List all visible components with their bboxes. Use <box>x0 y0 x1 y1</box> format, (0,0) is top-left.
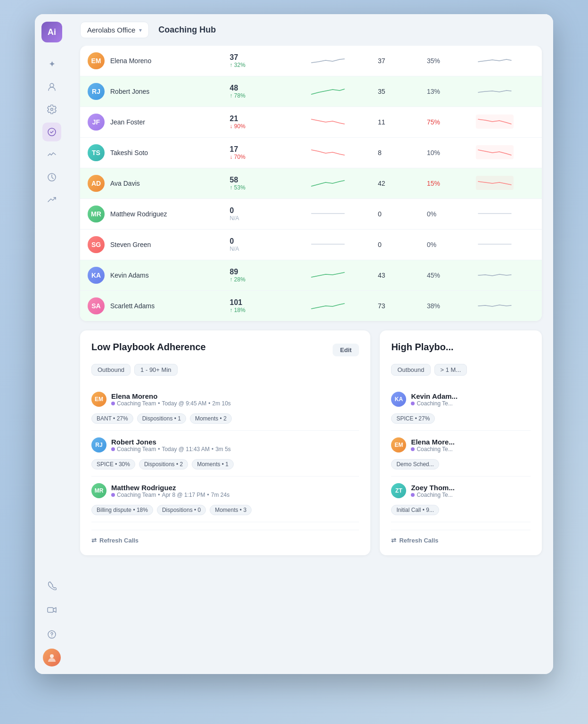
calls-cell: 73 <box>370 291 419 321</box>
trend-cell <box>468 76 542 107</box>
call-name: Elena More... <box>411 438 531 446</box>
call-tag[interactable]: BANT • 27% <box>91 413 133 424</box>
table-row[interactable]: EM Elena Moreno 37 ↑ 32% <box>80 46 542 76</box>
call-header: RJ Robert Jones Coaching Team • Today @ … <box>91 437 359 452</box>
agent-name: Robert Jones <box>110 88 149 95</box>
page-title: Coaching Hub <box>158 25 216 35</box>
calls-cell: 0 <box>370 199 419 230</box>
call-tag[interactable]: Moments • 1 <box>192 459 234 469</box>
user-avatar[interactable] <box>43 649 61 666</box>
sidebar-item-help[interactable] <box>42 625 61 644</box>
refresh-icon: ⇄ <box>91 537 97 544</box>
call-item[interactable]: KA Kevin Adam... Coaching Te... SPICE • … <box>391 385 531 431</box>
score-cell: 89 ↑ 28% <box>222 260 302 291</box>
table-row[interactable]: SA Scarlett Adams 101 ↑ 18% <box>80 291 542 321</box>
table-row[interactable]: AD Ava Davis 58 ↑ 53% <box>80 168 542 199</box>
call-meta: Coaching Team • Apr 8 @ 1:17 PM • 7m 24s <box>111 492 359 498</box>
workspace-selector[interactable]: Aerolabs Office ▾ <box>80 22 149 38</box>
call-tag[interactable]: Dispositions • 2 <box>139 459 188 469</box>
call-item[interactable]: EM Elena More... Coaching Te... Demo Sch… <box>391 431 531 477</box>
score-cell: 101 ↑ 18% <box>222 291 302 321</box>
agent-name: Elena Moreno <box>110 57 151 65</box>
trend-cell <box>468 46 542 76</box>
sidebar-item-sparkles[interactable]: ✦ <box>42 55 61 74</box>
table-row[interactable]: SG Steven Green 0 N/A <box>80 230 542 260</box>
call-item[interactable]: RJ Robert Jones Coaching Team • Today @ … <box>91 431 359 477</box>
header: Aerolabs Office ▾ Coaching Hub <box>69 14 553 46</box>
call-time: Today @ 11:43 AM <box>162 446 210 452</box>
call-meta: Coaching Team • Today @ 11:43 AM • 3m 5s <box>111 446 359 452</box>
table-row[interactable]: MR Matthew Rodriguez 0 N/A <box>80 199 542 230</box>
sparkline-cell <box>302 199 370 230</box>
agent-name: Scarlett Adams <box>110 302 155 310</box>
call-tag[interactable]: Moments • 2 <box>190 413 232 424</box>
team-dot <box>411 402 415 405</box>
call-team: Coaching Te... <box>416 446 453 452</box>
sidebar-item-phone[interactable] <box>42 576 61 595</box>
filter-outbound[interactable]: Outbound <box>391 364 430 376</box>
refresh-button[interactable]: ⇄ Refresh Calls <box>391 530 531 544</box>
app-logo[interactable]: Ai <box>41 22 62 42</box>
table-row[interactable]: TS Takeshi Soto 17 ↓ 70% <box>80 138 542 168</box>
agent-cell: KA Kevin Adams <box>88 267 215 284</box>
call-name: Matthew Rodriguez <box>111 484 359 492</box>
filter-duration[interactable]: > 1 M... <box>434 364 467 376</box>
call-tag[interactable]: Initial Call • 9... <box>391 505 439 515</box>
call-tag[interactable]: SPICE • 30% <box>91 459 135 469</box>
avatar: JF <box>88 114 105 131</box>
call-tag[interactable]: Moments • 3 <box>210 505 252 515</box>
svg-point-5 <box>51 636 52 637</box>
call-meta: Coaching Team • Today @ 9:45 AM • 2m 10s <box>111 400 359 407</box>
call-tag[interactable]: Dispositions • 0 <box>157 505 206 515</box>
sidebar-item-person[interactable] <box>42 77 61 96</box>
agent-name: Kevin Adams <box>110 272 149 279</box>
call-item[interactable]: EM Elena Moreno Coaching Team • Today @ … <box>91 385 359 431</box>
table-row[interactable]: KA Kevin Adams 89 ↑ 28% <box>80 260 542 291</box>
agent-cell: TS Takeshi Soto <box>88 144 215 161</box>
agent-name: Matthew Rodriguez <box>110 210 167 218</box>
call-tags: SPICE • 27% <box>391 413 531 424</box>
refresh-button[interactable]: ⇄ Refresh Calls <box>91 530 359 544</box>
call-name: Zoey Thom... <box>411 484 531 492</box>
table-row[interactable]: RJ Robert Jones 48 ↑ 78% <box>80 76 542 107</box>
call-item[interactable]: MR Matthew Rodriguez Coaching Team • Apr… <box>91 477 359 522</box>
calls-cell: 37 <box>370 46 419 76</box>
high-playbook-title: High Playbo... <box>391 342 453 353</box>
sidebar-item-trending[interactable] <box>42 190 61 209</box>
card-filters: Outbound 1 - 90+ Min <box>91 364 359 376</box>
call-item[interactable]: ZT Zoey Thom... Coaching Te... Initial C… <box>391 477 531 522</box>
sidebar-item-coaching[interactable] <box>42 123 61 141</box>
call-meta: Coaching Te... <box>411 400 531 407</box>
sparkline-cell <box>302 291 370 321</box>
adherence-cell: 13% <box>419 76 468 107</box>
call-meta: Coaching Te... <box>411 446 531 452</box>
sidebar-item-history[interactable] <box>42 168 61 187</box>
filter-outbound[interactable]: Outbound <box>91 364 131 376</box>
table-row[interactable]: JF Jean Foster 21 ↓ 90% <box>80 107 542 138</box>
call-tags: Initial Call • 9... <box>391 505 531 515</box>
agent-name: Steven Green <box>110 241 151 248</box>
adherence-cell: 10% <box>419 138 468 168</box>
adherence-cell: 0% <box>419 230 468 260</box>
adherence-cell: 15% <box>419 168 468 199</box>
call-tag[interactable]: SPICE • 27% <box>391 413 435 424</box>
trend-cell <box>468 138 542 168</box>
sidebar-item-settings[interactable] <box>42 100 61 119</box>
edit-button[interactable]: Edit <box>333 344 359 356</box>
call-tags: SPICE • 30% Dispositions • 2 Moments • 1 <box>91 459 359 469</box>
adherence-cell: 0% <box>419 199 468 230</box>
call-tag[interactable]: Dispositions • 1 <box>137 413 186 424</box>
trend-cell <box>468 291 542 321</box>
sidebar-item-activity[interactable] <box>42 145 61 164</box>
filter-duration[interactable]: 1 - 90+ Min <box>134 364 177 376</box>
call-header: MR Matthew Rodriguez Coaching Team • Apr… <box>91 483 359 498</box>
call-name: Robert Jones <box>111 438 359 446</box>
call-header: KA Kevin Adam... Coaching Te... <box>391 392 531 407</box>
call-tag[interactable]: Demo Sched... <box>391 459 439 469</box>
call-header: ZT Zoey Thom... Coaching Te... <box>391 483 531 498</box>
call-name: Elena Moreno <box>111 392 359 400</box>
sidebar-item-video[interactable] <box>42 601 61 619</box>
avatar: EM <box>391 437 406 452</box>
call-tag[interactable]: Billing dispute • 18% <box>91 505 153 515</box>
call-name: Kevin Adam... <box>411 392 531 400</box>
